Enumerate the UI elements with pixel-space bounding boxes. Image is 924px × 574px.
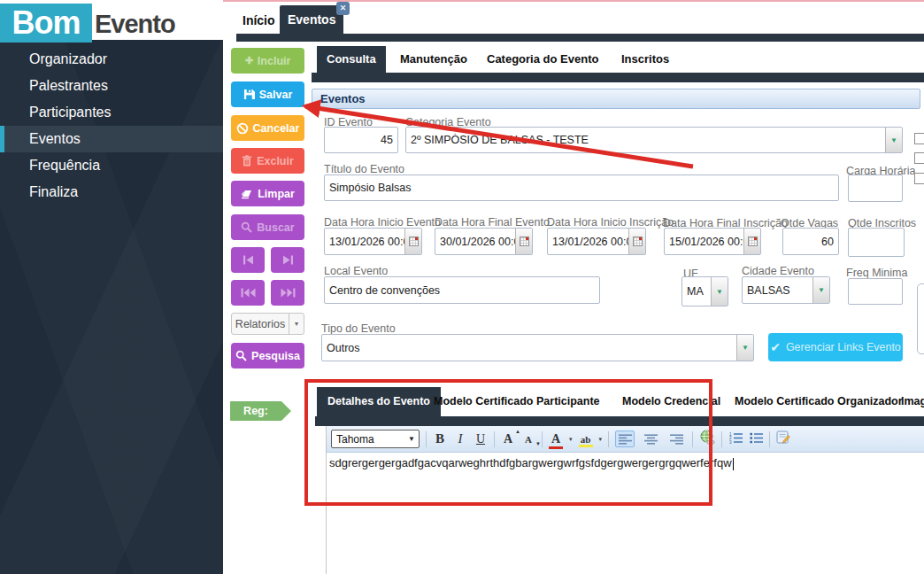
sidebar-item-eventos[interactable]: Eventos — [0, 126, 223, 152]
relatorios-button[interactable]: Relatorios ▾ — [231, 313, 304, 335]
tab-detalhes-do-evento[interactable]: Detalhes do Evento — [317, 387, 441, 416]
caret-down-icon: ▼ — [535, 441, 541, 446]
right-checkbox-1[interactable] — [914, 133, 924, 144]
calendar-button[interactable] — [404, 229, 421, 254]
tab-modelo-credencial[interactable]: Modelo Credencial — [622, 395, 720, 407]
sidebar-item-palestrantes[interactable]: Palestrantes — [0, 73, 223, 99]
tab-manutencao[interactable]: Manutenção — [400, 52, 467, 66]
italic-button[interactable]: I — [453, 431, 467, 446]
freq-minima-label: Freq Minima — [846, 267, 907, 279]
incluir-button[interactable]: ✚ Incluir — [231, 48, 304, 74]
highlight-button[interactable]: ab — [579, 434, 593, 445]
sidebar-item-frequencia[interactable]: Frequência — [0, 152, 223, 179]
dt-inicio-inscricao-field[interactable]: 13/01/2026 00:00 — [547, 228, 646, 255]
salvar-button[interactable]: Salvar — [231, 81, 304, 107]
font-shrink-button[interactable]: A ▼ — [521, 434, 535, 445]
editor-content[interactable]: sdgrergergergadfgacvqarweghrthdfgbargwer… — [327, 453, 924, 574]
trash-icon — [242, 155, 252, 167]
chevron-down-icon[interactable]: ▾ — [569, 436, 573, 443]
id-evento-field[interactable]: 45 — [324, 127, 398, 153]
dt-inicio-evento-field[interactable]: 13/01/2026 00:00 — [324, 228, 422, 255]
tab-modelo-certificado-organizador[interactable]: Modelo Certificado Organizador — [735, 395, 903, 407]
check-icon: ✔ — [770, 340, 781, 354]
save-icon — [243, 89, 255, 100]
nav-next-button[interactable] — [271, 247, 304, 273]
sidebar-item-organizador[interactable]: Organizador — [0, 46, 223, 73]
local-evento-field[interactable]: Centro de convenções — [324, 276, 600, 304]
dt-final-evento-field[interactable]: 30/01/2026 00:00 — [435, 228, 533, 255]
ordered-list-button[interactable]: 123 — [728, 431, 743, 447]
tab-modelo-certificado-participante[interactable]: Modelo Certificado Participante — [434, 395, 600, 407]
font-color-button[interactable]: A — [549, 432, 563, 446]
nav-prev-button[interactable] — [231, 247, 265, 273]
underline-button[interactable]: U — [474, 432, 488, 446]
chevron-down-icon[interactable]: ▼ — [736, 335, 753, 361]
right-checkbox-2[interactable] — [914, 152, 924, 164]
qtde-inscritos-field[interactable] — [848, 228, 905, 257]
app-logo: Bom Evento — [0, 0, 223, 40]
freq-minima-field[interactable] — [848, 278, 903, 305]
titulo-evento-field[interactable]: Simpósio Balsas — [324, 175, 839, 201]
dt-inicio-evento-label: Data Hora Inicio Evento — [324, 216, 441, 229]
align-left-button[interactable] — [615, 430, 635, 447]
chevron-down-icon[interactable]: ▾ — [599, 436, 603, 443]
unordered-list-button[interactable] — [749, 431, 763, 447]
edit-html-button[interactable] — [776, 430, 790, 447]
detail-tab-bar — [315, 416, 924, 426]
chevron-down-icon[interactable]: ▼ — [711, 277, 728, 306]
cidade-evento-combo[interactable]: BALSAS ▼ — [742, 276, 830, 304]
tipo-evento-label: Tipo do Evento — [321, 322, 396, 335]
qtde-vagas-field[interactable]: 60 — [782, 228, 839, 255]
toolbar-separator — [426, 431, 427, 447]
limpar-button[interactable]: Limpar — [231, 181, 304, 206]
gerenciar-links-button[interactable]: ✔ Gerenciar Links Evento — [768, 333, 903, 361]
tab-consulta[interactable]: Consulta — [317, 46, 386, 73]
insert-link-button[interactable] — [699, 430, 715, 448]
carga-horaria-field[interactable] — [848, 175, 903, 202]
chevron-down-icon[interactable]: ▼ — [812, 277, 829, 303]
sidebar-item-participantes[interactable]: Participantes — [0, 99, 223, 126]
dt-inicio-inscricao-label: Data Hora Inicio Inscrição — [547, 216, 674, 229]
sidebar-item-finaliza[interactable]: Finaliza — [0, 179, 223, 206]
toolbar-separator — [494, 431, 495, 447]
align-right-button[interactable] — [666, 430, 686, 447]
toolbar-separator — [692, 431, 693, 447]
align-center-button[interactable] — [641, 430, 660, 447]
buscar-button[interactable]: Buscar — [231, 214, 304, 240]
window-tab-eventos[interactable]: Eventos ✕ — [280, 5, 343, 35]
categoria-evento-combo[interactable]: 2º SIMPÓSIO DE BALSAS - TESTE ▼ — [405, 127, 903, 153]
bold-button[interactable]: B — [433, 431, 447, 446]
nav-first-button[interactable] — [231, 280, 265, 306]
chevron-down-icon[interactable]: ▼ — [885, 128, 902, 152]
excluir-button[interactable]: Excluir — [231, 148, 304, 174]
uf-combo[interactable]: MA ▼ — [681, 276, 728, 306]
toolbar-separator — [721, 431, 722, 447]
highlight-swatch — [579, 445, 593, 447]
tab-inscritos[interactable]: Inscritos — [621, 52, 669, 66]
calendar-button[interactable] — [515, 229, 532, 254]
calendar-icon — [633, 237, 643, 246]
dt-final-inscricao-field[interactable]: 15/01/2026 00:00 — [664, 228, 761, 255]
font-grow-button[interactable]: A ▲ — [501, 432, 515, 446]
close-icon[interactable]: ✕ — [336, 2, 350, 15]
svg-text:3: 3 — [729, 439, 732, 443]
tab-imagem[interactable]: Imagem — [901, 395, 924, 407]
first-record-icon — [241, 288, 256, 298]
prev-record-icon — [243, 255, 254, 265]
text-cursor — [733, 458, 734, 470]
window-tab-inicio[interactable]: Início — [235, 7, 282, 34]
calendar-button[interactable] — [743, 229, 760, 254]
right-checkbox-3[interactable] — [914, 173, 924, 184]
chevron-down-icon[interactable]: ▾ — [289, 314, 304, 334]
local-evento-label: Local Evento — [324, 265, 388, 277]
module-tab-bar — [312, 73, 924, 82]
tipo-evento-combo[interactable]: Outros ▼ — [321, 334, 754, 361]
tab-categoria-do-evento[interactable]: Categoria do Evento — [487, 52, 598, 66]
pesquisa-button[interactable]: Pesquisa — [231, 343, 304, 368]
nav-last-button[interactable] — [271, 280, 304, 306]
chevron-down-icon: ▼ — [404, 435, 419, 443]
calendar-button[interactable] — [628, 229, 645, 254]
search-icon — [241, 221, 252, 233]
cancelar-button[interactable]: Cancelar — [231, 115, 304, 141]
font-family-select[interactable]: Tahoma ▼ — [331, 430, 420, 448]
